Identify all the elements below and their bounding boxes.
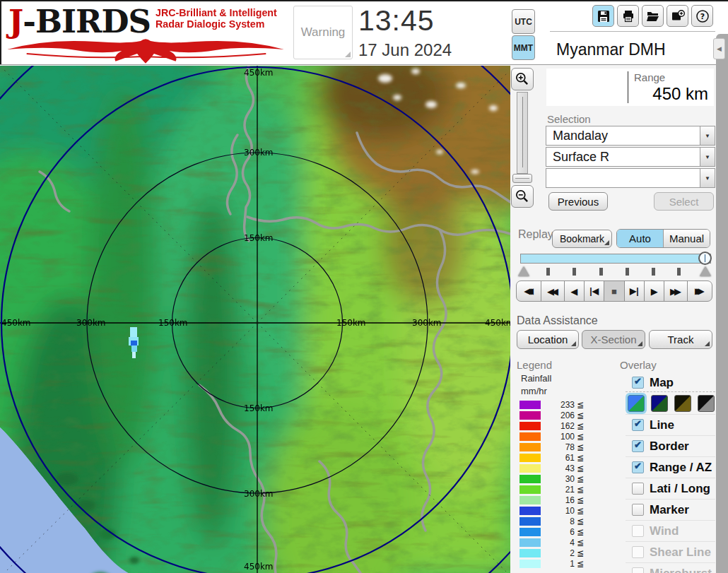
svg-text:150km: 150km [336, 318, 366, 328]
toolbar-divider [550, 31, 715, 32]
zoom-in-icon [515, 71, 530, 87]
legend-swatch [519, 401, 541, 409]
manual-button[interactable]: Manual [663, 230, 710, 247]
add-image-icon [671, 9, 685, 23]
zoom-in-button[interactable] [511, 68, 534, 90]
radar-map[interactable]: 450km 300km 150km 150km 300km 450km 450k… [0, 66, 510, 573]
checkbox[interactable] [632, 483, 644, 495]
site-dropdown-value: Mandalay [553, 129, 700, 143]
slider-tick [573, 268, 576, 276]
open-file-button[interactable] [642, 5, 664, 27]
checkbox [632, 546, 644, 558]
step-back-button[interactable]: |◀ [584, 280, 604, 302]
slider-end-marker[interactable] [700, 266, 711, 276]
zoom-slider-track[interactable] [517, 92, 528, 174]
svg-text:?: ? [700, 12, 704, 21]
option-dropdown[interactable]: ▼ [546, 168, 715, 188]
play-reverse-button[interactable]: ◀ [564, 280, 585, 302]
zoom-slider-handle[interactable] [512, 174, 532, 183]
fast-forward-button[interactable]: ▶▶ [664, 280, 687, 302]
track-label: Track [668, 333, 694, 345]
legend-row: 10≦ [519, 505, 597, 516]
checkbox[interactable] [632, 461, 644, 473]
svg-text:300km: 300km [244, 489, 274, 499]
site-dropdown[interactable]: Mandalay ▼ [546, 126, 715, 146]
map-style-swatch[interactable] [628, 395, 645, 412]
logo-subtitle-line2: Radar Dialogic System [155, 18, 277, 30]
save-button[interactable] [592, 5, 614, 27]
print-icon [621, 9, 635, 23]
print-button[interactable] [617, 5, 639, 27]
bookmark-button[interactable]: Bookmark [552, 230, 612, 248]
location-button[interactable]: Location [517, 330, 579, 349]
stop-button[interactable]: ■ [604, 280, 624, 302]
map-style-swatch[interactable] [698, 395, 715, 412]
step-forward-button[interactable]: ▶| [624, 280, 645, 302]
legend-swatch [519, 517, 541, 526]
legend-swatch [519, 454, 541, 462]
overlay-item-border[interactable]: Border [626, 435, 715, 456]
legend-swatch [519, 464, 541, 473]
header-divider [0, 64, 728, 65]
slider-start-marker[interactable] [518, 266, 529, 276]
checkbox[interactable] [632, 377, 644, 389]
select-button[interactable]: Select [654, 192, 714, 211]
slider-tick [626, 268, 629, 276]
xsection-label: X-Section [590, 333, 636, 345]
slider-tick [599, 268, 603, 276]
replay-slider-handle[interactable] [698, 252, 712, 265]
collapse-panel-tab[interactable]: ◀ [713, 38, 725, 59]
legend-swatch [519, 528, 541, 536]
option-dropdown-button[interactable]: ▼ [700, 169, 715, 187]
checkbox[interactable] [632, 419, 644, 431]
auto-button[interactable]: Auto [617, 230, 663, 247]
overlay-item-line[interactable]: Line [626, 414, 715, 435]
slider-tick [652, 268, 655, 276]
legend-row: 1≦ [519, 558, 597, 569]
help-icon: ? [695, 9, 710, 23]
legend-row: 61≦ [519, 452, 597, 463]
product-dropdown[interactable]: Surface R ▼ [546, 147, 715, 167]
range-value: 450 km [652, 84, 708, 104]
replay-slider-track[interactable] [520, 254, 711, 264]
legend-row: 100≦ [519, 431, 597, 442]
logo-subtitle: JRC-Brilliant & Intelligent Radar Dialog… [155, 7, 277, 30]
legend-swatch [519, 549, 541, 557]
mmt-button[interactable]: MMT [512, 35, 535, 60]
fast-rewind-button[interactable]: ◀◀◀ [516, 280, 541, 302]
help-button[interactable]: ? [691, 5, 713, 27]
overlay-item-range-az[interactable]: Range / AZ [626, 456, 715, 478]
map-style-swatch[interactable] [651, 395, 668, 412]
overlay-item-map[interactable]: Map [626, 374, 715, 391]
station-name-box: Myanmar DMH [546, 35, 715, 64]
utc-button[interactable]: UTC [512, 9, 535, 34]
overlay-item-lati-long[interactable]: Lati / Long [626, 478, 715, 499]
track-button[interactable]: Track [649, 330, 712, 349]
range-box: Range 450 km [546, 69, 714, 106]
map-style-swatch[interactable] [674, 395, 691, 412]
corner-fold-icon [604, 240, 609, 245]
clock-time: 13:45 [358, 4, 435, 37]
legend-title: Rainfall mm/hr [521, 372, 551, 398]
resize-grip-icon[interactable] [345, 52, 351, 57]
xsection-button[interactable]: X-Section [582, 330, 645, 349]
legend-swatch [519, 411, 541, 420]
zoom-out-button[interactable] [511, 185, 534, 208]
clock-date: 17 Jun 2024 [358, 40, 452, 60]
add-image-button[interactable] [667, 5, 688, 27]
warning-button[interactable]: Warning [293, 6, 353, 59]
legend-row: 6≦ [519, 526, 597, 537]
product-dropdown-button[interactable]: ▼ [700, 148, 715, 166]
rewind-button[interactable]: ◀◀ [541, 280, 564, 302]
play-button[interactable]: ▶ [644, 280, 664, 302]
site-dropdown-button[interactable]: ▼ [700, 126, 715, 145]
overlay-item-marker[interactable]: Marker [626, 499, 715, 520]
previous-button[interactable]: Previous [548, 192, 608, 211]
checkbox[interactable] [632, 440, 644, 452]
fastest-forward-button[interactable]: ▶▶▶ [687, 280, 712, 302]
checkbox[interactable] [632, 504, 644, 516]
zoom-slider-groove [522, 97, 523, 167]
legend-row: 30≦ [519, 473, 597, 484]
playback-toolbar: ◀◀◀ ◀◀ ◀ |◀ ■ ▶| ▶ ▶▶ ▶▶▶ [516, 280, 712, 302]
overlay-item-wind: Wind [626, 520, 715, 541]
